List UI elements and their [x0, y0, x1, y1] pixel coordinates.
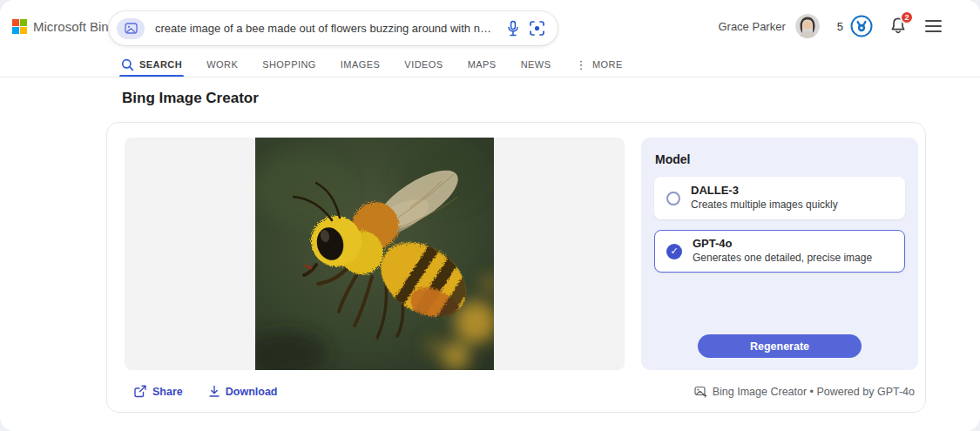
tab-label: SEARCH — [139, 59, 182, 70]
search-bar[interactable] — [109, 11, 558, 45]
image-result-card: Model DALLE-3 Creates multiple images qu… — [106, 122, 926, 413]
option-text: GPT-4o Generates one detailed, precise i… — [693, 237, 872, 266]
user-name: Grace Parker — [718, 20, 785, 33]
top-header: Microsoft Bing — [0, 0, 980, 52]
option-text: DALLE-3 Creates multiple images quickly — [691, 184, 838, 212]
tab-shopping[interactable]: SHOPPING — [262, 52, 316, 77]
tab-label: IMAGES — [341, 59, 381, 70]
generated-image[interactable] — [255, 138, 494, 370]
download-label: Download — [226, 386, 278, 398]
image-icon — [125, 23, 138, 34]
model-option-gpt4o[interactable]: ✓ GPT-4o Generates one detailed, precise… — [654, 230, 905, 273]
header-divider — [0, 77, 980, 77]
credit-text: Bing Image Creator • Powered by GPT-4o — [713, 386, 915, 398]
search-icon — [121, 58, 134, 71]
regenerate-button[interactable]: Regenerate — [698, 334, 862, 358]
tab-more[interactable]: ⋮ MORE — [575, 52, 622, 77]
download-icon — [208, 385, 220, 398]
page-title: Bing Image Creator — [122, 90, 259, 107]
share-label: Share — [152, 386, 183, 398]
download-button[interactable]: Download — [208, 385, 278, 398]
model-option-dalle3[interactable]: DALLE-3 Creates multiple images quickly — [654, 177, 905, 219]
search-input[interactable] — [153, 21, 497, 36]
bing-image-creator-page: Microsoft Bing — [0, 0, 980, 431]
user-avatar[interactable] — [795, 14, 820, 38]
hamburger-menu-icon[interactable] — [925, 20, 942, 32]
notification-badge: 2 — [900, 10, 914, 24]
option-name: DALLE-3 — [691, 184, 838, 198]
bing-brand[interactable]: Microsoft Bing — [12, 0, 116, 52]
tab-work[interactable]: WORK — [206, 52, 238, 77]
radio-selected-icon[interactable]: ✓ — [666, 244, 682, 259]
image-actions: Share Download — [133, 385, 277, 398]
option-description: Generates one detailed, precise image — [693, 252, 872, 266]
share-icon — [133, 385, 147, 398]
user-area: Grace Parker 5 — [718, 0, 942, 52]
visual-search-icon[interactable] — [529, 20, 545, 37]
brand-name: Microsoft Bing — [33, 19, 116, 34]
nav-tabs: SEARCH WORK SHOPPING IMAGES VIDEOS MAPS … — [121, 52, 623, 77]
notifications-button[interactable]: 2 — [889, 17, 907, 36]
image-preview-strip — [125, 138, 625, 370]
tab-images[interactable]: IMAGES — [341, 52, 381, 77]
image-creator-icon — [694, 386, 707, 398]
tab-news[interactable]: NEWS — [521, 52, 551, 77]
vertical-ellipsis-icon: ⋮ — [575, 59, 586, 71]
share-button[interactable]: Share — [133, 385, 183, 398]
radio-unselected-icon[interactable] — [666, 192, 680, 205]
powered-by-credit: Bing Image Creator • Powered by GPT-4o — [694, 386, 915, 398]
microsoft-logo-icon — [12, 19, 27, 34]
microphone-icon[interactable] — [506, 20, 520, 37]
tab-videos[interactable]: VIDEOS — [404, 52, 443, 77]
tab-label: MORE — [592, 59, 623, 70]
tab-label: VIDEOS — [404, 59, 443, 70]
rewards-medal-icon[interactable] — [850, 15, 873, 37]
image-prompt-chip[interactable] — [117, 18, 145, 39]
option-description: Creates multiple images quickly — [691, 199, 838, 212]
tab-search[interactable]: SEARCH — [121, 52, 182, 77]
tab-label: SHOPPING — [262, 59, 316, 70]
tab-label: WORK — [206, 59, 238, 70]
model-panel: Model DALLE-3 Creates multiple images qu… — [641, 138, 918, 370]
model-panel-title: Model — [655, 152, 905, 166]
option-name: GPT-4o — [693, 237, 872, 251]
rewards-points: 5 — [837, 20, 843, 33]
bee-of-flowers-image — [255, 138, 494, 370]
tab-label: MAPS — [468, 59, 497, 70]
tab-maps[interactable]: MAPS — [468, 52, 497, 77]
tab-label: NEWS — [521, 59, 551, 70]
